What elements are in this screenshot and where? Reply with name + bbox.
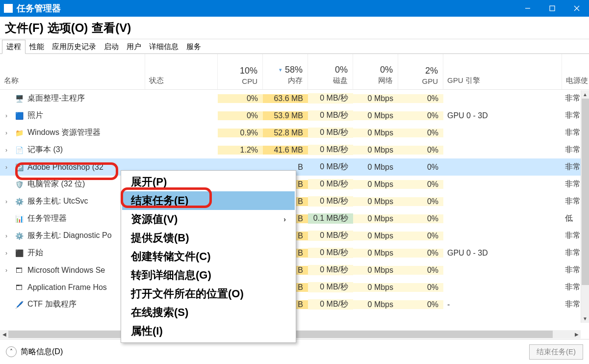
- menu-view[interactable]: 查看(V): [92, 20, 131, 36]
- tab-performance[interactable]: 性能: [26, 40, 48, 53]
- tab-startup[interactable]: 启动: [100, 40, 123, 53]
- expand-icon[interactable]: ›: [3, 112, 10, 119]
- disk-cell: 0 MB/秒: [308, 128, 353, 138]
- net-cell: 0 Mbps: [353, 214, 398, 223]
- context-menu-item[interactable]: 资源值(V)›: [122, 210, 295, 229]
- tab-processes[interactable]: 进程: [2, 40, 26, 54]
- tab-app-history[interactable]: 应用历史记录: [48, 40, 100, 53]
- svg-rect-1: [550, 6, 555, 11]
- process-icon: ⚙️: [15, 232, 24, 240]
- context-menu-item[interactable]: 结束任务(E): [122, 191, 295, 210]
- context-menu-item[interactable]: 提供反馈(B): [122, 229, 295, 247]
- expand-icon[interactable]: ›: [3, 250, 10, 257]
- context-menu-item[interactable]: 属性(I): [122, 322, 295, 340]
- process-name-cell: 🖥️ 桌面整理-主程序: [0, 93, 145, 104]
- expand-icon[interactable]: ›: [3, 164, 10, 171]
- maximize-button[interactable]: [540, 0, 564, 17]
- net-cell: 0 Mbps: [353, 232, 398, 240]
- disk-cell: 0 MB/秒: [308, 265, 353, 275]
- cpu-usage-header: 10%: [240, 66, 257, 76]
- tab-users[interactable]: 用户: [123, 40, 145, 53]
- col-gpu[interactable]: 2% GPU: [398, 54, 443, 89]
- table-row[interactable]: › 📄 记事本 (3) 1.2% 41.6 MB 0 MB/秒 0 Mbps 0…: [0, 141, 589, 158]
- fewer-details-button[interactable]: ˄ 简略信息(D): [6, 346, 63, 357]
- disk-cell: 0 MB/秒: [308, 93, 353, 104]
- net-cell: 0 Mbps: [353, 146, 398, 155]
- col-status[interactable]: 状态: [145, 54, 218, 89]
- mem-cell: 52.8 MB: [263, 129, 308, 137]
- net-cell: 0 Mbps: [353, 163, 398, 172]
- context-menu-item[interactable]: 打开文件所在的位置(O): [122, 285, 295, 303]
- process-name: 记事本 (3): [27, 145, 63, 155]
- net-cell: 0 Mbps: [353, 197, 398, 206]
- sort-indicator-icon: ▾: [279, 67, 282, 73]
- net-cell: 0 Mbps: [353, 249, 398, 258]
- process-icon: 🗔: [15, 283, 24, 292]
- end-task-button[interactable]: 结束任务(E): [529, 344, 583, 360]
- expand-icon[interactable]: ›: [3, 198, 10, 205]
- expand-icon[interactable]: ›: [3, 147, 10, 154]
- col-name[interactable]: 名称: [0, 54, 145, 89]
- minimize-button[interactable]: [515, 0, 540, 17]
- tab-strip: 进程 性能 应用历史记录 启动 用户 详细信息 服务: [0, 39, 589, 54]
- expand-icon[interactable]: ›: [3, 267, 10, 274]
- cpu-cell: 0.9%: [218, 129, 263, 137]
- expand-icon[interactable]: ›: [3, 233, 10, 239]
- disk-cell: 0 MB/秒: [308, 282, 353, 292]
- table-row[interactable]: 🖥️ 桌面整理-主程序 0% 63.6 MB 0 MB/秒 0 Mbps 0% …: [0, 90, 589, 107]
- net-cell: 0 Mbps: [353, 300, 398, 309]
- app-icon: [4, 4, 13, 13]
- gpu-cell: 0%: [398, 214, 443, 223]
- col-disk[interactable]: 0% 磁盘: [308, 54, 353, 89]
- col-network[interactable]: 0% 网络: [353, 54, 398, 89]
- menu-bar: 文件(F) 选项(O) 查看(V): [0, 17, 589, 39]
- table-row[interactable]: › 📁 Windows 资源管理器 0.9% 52.8 MB 0 MB/秒 0 …: [0, 124, 589, 141]
- col-power[interactable]: 电源使: [562, 54, 589, 89]
- context-menu-item[interactable]: 展开(P): [122, 173, 295, 191]
- process-icon: 🖥️: [15, 94, 24, 103]
- process-icon: ⚙️: [15, 197, 24, 206]
- menu-item-label: 在线搜索(S): [131, 305, 188, 320]
- scroll-left-icon[interactable]: ◀: [0, 332, 8, 337]
- process-name: 服务主机: UtcSvc: [27, 196, 88, 207]
- disk-cell: 0 MB/秒: [308, 196, 353, 207]
- gpu-cell: 0%: [398, 300, 443, 309]
- process-name: 任务管理器: [27, 213, 67, 224]
- menu-file[interactable]: 文件(F): [5, 20, 44, 36]
- menu-item-label: 结束任务(E): [131, 193, 188, 208]
- scroll-thumb[interactable]: [582, 99, 589, 285]
- col-gpu-engine[interactable]: GPU 引擎: [443, 54, 562, 89]
- context-menu-item[interactable]: 创建转储文件(C): [122, 247, 295, 266]
- table-row[interactable]: › 🟦 照片 0% 53.9 MB 0 MB/秒 0 Mbps 0% GPU 0…: [0, 107, 589, 124]
- scroll-right-icon[interactable]: ▶: [572, 332, 581, 337]
- process-name: CTF 加载程序: [27, 299, 77, 310]
- tab-details[interactable]: 详细信息: [145, 40, 182, 53]
- context-menu-item[interactable]: 在线搜索(S): [122, 303, 295, 322]
- col-memory[interactable]: ▾58% 内存: [263, 54, 308, 89]
- cpu-cell: 0%: [218, 111, 263, 120]
- gpu-label: GPU: [422, 77, 438, 85]
- context-menu-item[interactable]: 转到详细信息(G): [122, 266, 295, 285]
- cpu-cell: 0%: [218, 94, 263, 103]
- process-name: Adobe Photoshop (32: [27, 163, 103, 172]
- menu-options[interactable]: 选项(O): [48, 20, 88, 36]
- process-icon: ⬛: [15, 249, 24, 258]
- disk-cell: 0 MB/秒: [308, 145, 353, 155]
- vertical-scrollbar[interactable]: ▲ ▼: [581, 90, 589, 323]
- close-button[interactable]: [564, 0, 589, 17]
- gpu-cell: 0%: [398, 197, 443, 206]
- process-icon: 🅿️: [15, 163, 24, 172]
- net-label: 网络: [378, 76, 393, 85]
- gpu-cell: 0%: [398, 232, 443, 240]
- scroll-up-icon[interactable]: ▲: [581, 90, 589, 99]
- process-icon: 📊: [15, 214, 24, 223]
- chevron-up-icon: ˄: [6, 346, 17, 357]
- net-cell: 0 Mbps: [353, 283, 398, 292]
- net-cell: 0 Mbps: [353, 94, 398, 103]
- net-cell: 0 Mbps: [353, 129, 398, 137]
- scroll-down-icon[interactable]: ▼: [581, 314, 589, 323]
- col-cpu[interactable]: 10% CPU: [218, 54, 263, 89]
- expand-icon[interactable]: ›: [3, 130, 10, 136]
- process-icon: 📁: [15, 129, 24, 137]
- tab-services[interactable]: 服务: [182, 40, 205, 53]
